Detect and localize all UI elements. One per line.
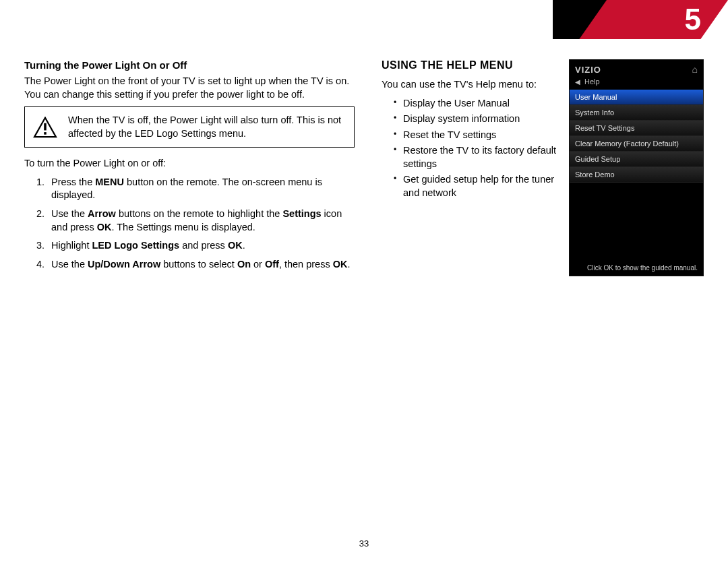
help-bullets: Display the User Manual Display system i…: [394, 97, 557, 200]
svg-rect-2: [44, 132, 47, 135]
tv-menu-item: Clear Memory (Factory Default): [570, 136, 703, 152]
steps-list: Press the MENU button on the remote. The…: [47, 176, 355, 271]
page-number: 33: [0, 538, 728, 549]
chapter-tab: 5: [553, 0, 728, 39]
bullet-item: Get guided setup help for the tuner and …: [394, 173, 557, 199]
power-light-intro: The Power Light on the front of your TV …: [24, 75, 355, 101]
section-heading-help-menu: USING THE HELP MENU: [382, 59, 557, 71]
chapter-number: 5: [685, 3, 701, 36]
tv-menu-screenshot: VIZIO ⌂ ◀ Help User Manual System Info R…: [569, 59, 704, 276]
step-4: Use the Up/Down Arrow buttons to select …: [47, 258, 355, 272]
left-column: Turning the Power Light On or Off The Po…: [24, 59, 355, 276]
warning-icon: [33, 117, 57, 138]
tv-menu-item: Reset TV Settings: [570, 121, 703, 136]
step-2: Use the Arrow buttons on the remote to h…: [47, 208, 355, 234]
bullet-item: Display system information: [394, 113, 557, 126]
back-arrow-icon: ◀: [575, 78, 580, 86]
tv-breadcrumb: Help: [584, 77, 600, 86]
step-3: Highlight LED Logo Settings and press OK…: [47, 239, 355, 253]
bullet-item: Display the User Manual: [394, 97, 557, 111]
notice-box: When the TV is off, the Power Light will…: [24, 106, 355, 148]
help-menu-intro: You can use the TV's Help menu to:: [382, 78, 557, 92]
tv-footer-hint: Click OK to show the guided manual.: [575, 264, 698, 272]
steps-lead: To turn the Power Light on or off:: [24, 157, 355, 170]
bullet-item: Restore the TV to its factory default se…: [394, 144, 557, 170]
bullet-item: Reset the TV settings: [394, 129, 557, 142]
svg-rect-1: [44, 123, 47, 130]
home-icon: ⌂: [692, 64, 698, 75]
step-1: Press the MENU button on the remote. The…: [47, 176, 355, 202]
tv-menu-item-selected: User Manual: [570, 90, 703, 105]
section-heading-power-light: Turning the Power Light On or Off: [24, 59, 355, 71]
tv-menu-item: Guided Setup: [570, 152, 703, 167]
tv-logo: VIZIO: [575, 65, 601, 75]
right-column: USING THE HELP MENU You can use the TV's…: [382, 59, 704, 276]
tv-menu-item: System Info: [570, 105, 703, 121]
tv-menu-item: Store Demo: [570, 167, 703, 183]
notice-text: When the TV is off, the Power Light will…: [68, 114, 346, 140]
